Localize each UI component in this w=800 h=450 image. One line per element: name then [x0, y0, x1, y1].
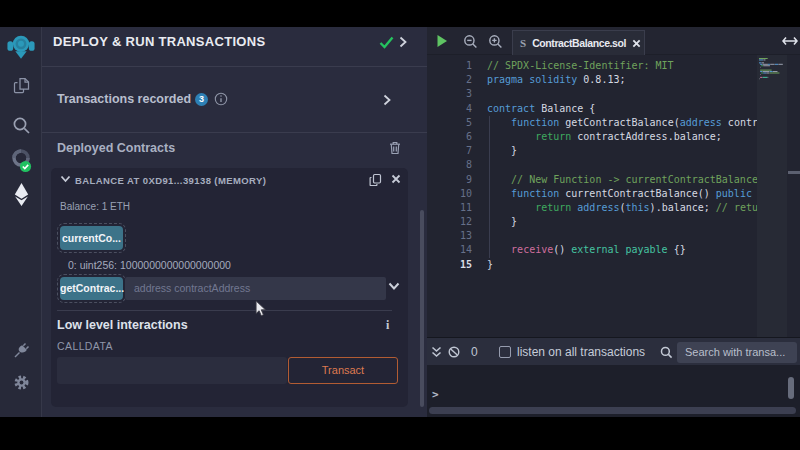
editor-tabbar: S ContractBalance.sol [427, 27, 800, 55]
run-script-play-icon[interactable] [435, 34, 449, 48]
line-number: 2 [427, 73, 472, 87]
code-line: 12 } [427, 215, 757, 229]
listen-transactions-checkbox[interactable] [499, 346, 511, 358]
divider [42, 132, 427, 133]
divider [57, 310, 392, 311]
code-line: 14 receive() external payable {} [427, 243, 757, 257]
editor-region: S ContractBalance.sol 1// SPDX-Li [427, 27, 800, 417]
code-line: 6 return contractAddress.balance; [427, 130, 757, 144]
terminal-scrollbar-thumb[interactable] [788, 377, 794, 399]
terminal-horizontal-scrollbar[interactable] [429, 407, 796, 414]
transactions-expand-chevron-icon[interactable] [383, 94, 391, 106]
code-line: 1// SPDX-License-Identifier: MIT [427, 59, 757, 73]
file-explorer-icon[interactable] [0, 77, 42, 96]
line-number: 14 [427, 243, 472, 257]
code-line: 13 [427, 229, 757, 243]
zoom-out-icon[interactable] [463, 34, 478, 49]
get-contract-balance-button[interactable]: getContrac... [60, 277, 123, 300]
line-number: 10 [427, 187, 472, 201]
plugin-manager-icon[interactable] [0, 342, 42, 359]
remix-ide-window: DEPLOY & RUN TRANSACTIONS Transactions r… [0, 0, 800, 450]
code-line: 10 function currentContractBalance() pub… [427, 187, 757, 201]
code-editor[interactable]: 1// SPDX-License-Identifier: MIT2pragma … [427, 55, 800, 337]
panel-scrollbar-thumb[interactable] [420, 210, 424, 407]
line-number: 6 [427, 130, 472, 144]
current-contract-balance-button[interactable]: currentCo... [60, 226, 123, 250]
deploy-run-icon[interactable] [0, 183, 42, 206]
line-number: 11 [427, 201, 472, 215]
code-line: 8 [427, 158, 757, 172]
expand-function-args-chevron-icon[interactable] [388, 282, 400, 291]
line-number: 4 [427, 102, 472, 116]
tab-filename: ContractBalance.sol [532, 37, 626, 49]
calldata-input[interactable] [57, 357, 287, 384]
clear-contracts-trash-icon[interactable] [389, 141, 401, 155]
contract-collapse-caret-icon[interactable] [60, 175, 71, 183]
panel-title: DEPLOY & RUN TRANSACTIONS [53, 34, 265, 49]
transact-button[interactable]: Transact [288, 357, 398, 384]
settings-gear-icon[interactable] [0, 374, 42, 391]
icon-sidebar [0, 27, 42, 417]
code-line: 15} [427, 258, 757, 272]
function-result-value: 0: uint256: 1000000000000000000 [68, 259, 231, 271]
terminal-prompt[interactable]: > [432, 388, 439, 401]
code-line: 7 } [427, 144, 757, 158]
contract-instance-title[interactable]: BALANCE AT 0XD91...39138 (MEMORY) [75, 175, 266, 186]
line-number: 5 [427, 116, 472, 130]
line-number: 3 [427, 87, 472, 101]
terminal-toolbar: 0 listen on all transactions Search with… [427, 337, 800, 365]
deployed-contracts-heading: Deployed Contracts [57, 141, 175, 155]
search-icon[interactable] [0, 115, 42, 136]
code-line: 9 // New Function -> currentContractBala… [427, 173, 757, 187]
mouse-cursor [255, 300, 267, 317]
tab-contractbalance-sol[interactable]: S ContractBalance.sol [512, 30, 645, 55]
line-number: 8 [427, 158, 472, 172]
pending-tx-count: 0 [471, 345, 478, 359]
copy-address-icon[interactable] [369, 173, 382, 187]
contract-address-input[interactable]: address contractAddress [125, 277, 386, 300]
compile-success-check-icon [379, 36, 394, 49]
remove-contract-close-icon[interactable] [391, 174, 401, 184]
code-lines: 1// SPDX-License-Identifier: MIT2pragma … [427, 59, 757, 272]
solidity-compiler-icon[interactable] [0, 149, 42, 173]
editor-minimap[interactable] [757, 55, 787, 337]
line-number: 7 [427, 144, 472, 158]
divider [42, 66, 427, 67]
line-number: 12 [427, 215, 472, 229]
solidity-file-icon: S [520, 37, 526, 49]
deployed-contract-card: BALANCE AT 0XD91...39138 (MEMORY) Balanc… [51, 168, 408, 407]
terminal-panel: 0 listen on all transactions Search with… [427, 337, 800, 417]
code-line: 3 [427, 87, 757, 101]
panel-expand-chevron-icon[interactable] [399, 36, 407, 48]
listen-transactions-label[interactable]: listen on all transactions [517, 345, 645, 359]
editor-scroll-indicator [788, 171, 800, 174]
transactions-info-icon[interactable] [214, 92, 228, 106]
resize-horizontal-icon[interactable] [782, 36, 798, 46]
zoom-in-icon[interactable] [488, 34, 503, 49]
line-number: 1 [427, 59, 472, 73]
terminal-search-input[interactable]: Search with transa... [677, 342, 797, 363]
code-line: 5 function getContractBalance(address co… [427, 116, 757, 130]
remix-app: DEPLOY & RUN TRANSACTIONS Transactions r… [0, 27, 800, 417]
low-level-interactions-heading: Low level interactions [57, 318, 188, 332]
code-line: 11 return address(this).balance; // retu… [427, 201, 757, 215]
compiled-check-badge [20, 161, 31, 172]
terminal-search-icon [660, 346, 673, 359]
transactions-recorded-label[interactable]: Transactions recorded [57, 92, 191, 106]
low-level-info-icon[interactable]: i [386, 318, 389, 333]
line-number: 9 [427, 173, 472, 187]
clear-console-icon[interactable] [448, 346, 460, 358]
line-number: 15 [427, 258, 472, 272]
deploy-run-panel: DEPLOY & RUN TRANSACTIONS Transactions r… [42, 27, 427, 417]
contract-balance-label: Balance: 1 ETH [60, 201, 130, 212]
line-number: 13 [427, 229, 472, 243]
tab-close-icon[interactable] [632, 39, 641, 48]
collapse-terminal-icon[interactable] [431, 346, 442, 358]
transactions-count-badge: 3 [195, 93, 208, 106]
remix-logo-icon[interactable] [0, 32, 42, 60]
code-line: 4contract Balance { [427, 102, 757, 116]
calldata-label: CALLDATA [57, 340, 113, 352]
code-line: 2pragma solidity 0.8.13; [427, 73, 757, 87]
